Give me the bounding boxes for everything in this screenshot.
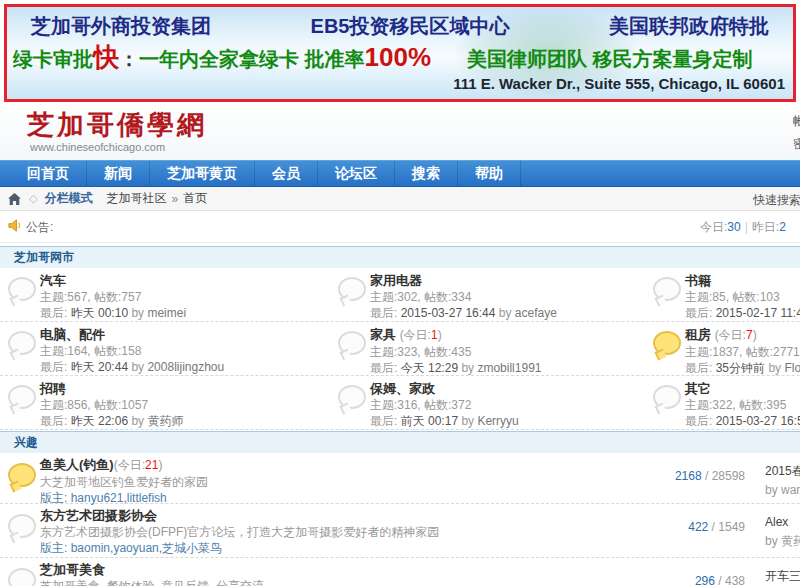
lastpost-title-link[interactable]: 2015春 xyxy=(765,463,800,479)
speech-bubble-icon xyxy=(8,277,36,301)
forum-cell-rentals: 租房 (今日:7) 主题:1837, 帖数:2771 最后: 35分钟前 by … xyxy=(645,322,800,375)
market-forum-grid: 汽车 主题:567, 帖数:757 最后: 昨天 00:10 by meimei… xyxy=(0,268,800,430)
last-user-link[interactable]: Flora0515 xyxy=(784,361,800,375)
last-time-link[interactable]: 2015-03-27 16:44 xyxy=(401,306,496,320)
last-time-link[interactable]: 昨天 22:06 xyxy=(71,414,128,428)
market-row-1: 汽车 主题:567, 帖数:757 最后: 昨天 00:10 by meimei… xyxy=(0,268,800,322)
today-count[interactable]: 30 xyxy=(727,220,740,234)
thread-count[interactable]: 422 xyxy=(688,520,708,534)
yesterday-count[interactable]: 2 xyxy=(779,220,786,234)
last-label: 最后: xyxy=(685,414,712,428)
last-user-link[interactable]: zmobill1991 xyxy=(477,361,541,375)
last-user-link[interactable]: 2008lijingzhou xyxy=(147,360,224,374)
speech-bubble-icon xyxy=(338,331,366,355)
section-title-market[interactable]: 芝加哥网市 xyxy=(0,246,800,268)
forum-link[interactable]: 芝加哥美食 xyxy=(40,562,105,577)
post-count: 1549 xyxy=(718,520,745,534)
stats-divider: | xyxy=(745,220,748,234)
eb5-banner-ad[interactable]: 芝加哥外商投资集团 EB5投资移民区域中心 美国联邦政府特批 绿卡审批快：一年内… xyxy=(4,4,796,102)
breadcrumb-site-link[interactable]: 芝加哥社区 xyxy=(106,190,166,207)
today-open: (今日: xyxy=(400,328,431,342)
speech-bubble-icon-new xyxy=(653,331,681,355)
count-slash: / xyxy=(712,520,715,534)
switch-mode-icon[interactable]: ◇ xyxy=(29,192,37,205)
lastpost-title-link[interactable]: Alex xyxy=(765,514,800,530)
breadcrumb-separator: » xyxy=(171,192,178,206)
site-url: www.chineseofchicago.com xyxy=(30,141,165,153)
nav-item-members[interactable]: 会员 xyxy=(255,161,318,186)
forum-description: 芝加哥美食, 餐饮体验, 意见反馈, 分享交流 xyxy=(40,579,264,586)
last-time-link[interactable]: 2015-02-17 11:45 xyxy=(716,306,800,320)
yesterday-label: 昨日: xyxy=(752,220,779,234)
lastpost-title-link[interactable]: 开车三 xyxy=(765,568,800,584)
lastpost-author[interactable]: by 黄药 xyxy=(765,533,800,549)
last-time-link[interactable]: 2015-03-27 16:50 xyxy=(716,414,800,428)
thread-count[interactable]: 2168 xyxy=(675,469,702,483)
forum-name[interactable]: 家具 xyxy=(370,327,396,342)
today-close: ) xyxy=(158,458,162,472)
section-title-interest[interactable]: 兴趣 xyxy=(0,431,800,453)
site-logo[interactable]: 芝加哥僑學網 xyxy=(27,107,207,143)
home-icon[interactable] xyxy=(8,193,21,205)
thread-post-counts: 2168 / 28598 xyxy=(600,469,745,483)
today-close: ) xyxy=(753,328,757,342)
last-time-link[interactable]: 昨天 20:44 xyxy=(71,360,128,374)
moderators: 版主: baomin,yaoyuan,芝城小菜鸟 xyxy=(40,541,439,556)
forum-cell-nanny: 保姆、家政 主题:316, 帖数:372 最后: 前天 00:17 by Ker… xyxy=(330,376,660,429)
last-user-link[interactable]: Kerryyu xyxy=(477,414,518,428)
by-label: by xyxy=(768,361,781,375)
forum-cell-furniture: 家具 (今日:1) 主题:323, 帖数:435 最后: 今天 12:29 by… xyxy=(330,322,660,375)
nav-item-help[interactable]: 帮助 xyxy=(458,161,521,186)
last-label: 最后: xyxy=(40,360,67,374)
today-count-wrap: (今日:21) xyxy=(114,458,163,472)
forum-link[interactable]: 保姆、家政 xyxy=(370,381,519,396)
speech-bubble-icon xyxy=(338,277,366,301)
today-count-wrap: (今日:1) xyxy=(400,328,442,342)
last-time-link[interactable]: 昨天 00:10 xyxy=(71,306,128,320)
forum-link[interactable]: 东方艺术团摄影协会 xyxy=(40,508,157,523)
site-header: 芝加哥僑學網 www.chineseofchicago.com 帐号 密码 xyxy=(0,103,800,160)
thread-count[interactable]: 296 xyxy=(695,574,715,586)
last-time-link[interactable]: 前天 00:17 xyxy=(401,414,458,428)
nav-item-forums[interactable]: 论坛区 xyxy=(318,161,395,186)
page: 芝加哥外商投资集团 EB5投资移民区域中心 美国联邦政府特批 绿卡审批快：一年内… xyxy=(0,0,800,586)
forum-link[interactable]: 汽车 xyxy=(40,273,186,288)
today-label: 今日: xyxy=(700,220,727,234)
nav-item-news[interactable]: 新闻 xyxy=(87,161,150,186)
forum-link[interactable]: 电脑、配件 xyxy=(40,327,224,342)
ad-subline: 绿卡审批快：一年内全家拿绿卡 批准率100%美国律师团队 移民方案量身定制 xyxy=(7,40,793,73)
nav-item-yellowpages[interactable]: 芝加哥黄页 xyxy=(150,161,255,186)
forum-link[interactable]: 租房 (今日:7) xyxy=(685,327,800,343)
forum-lastpost: 最后: 前天 00:17 by Kerryyu xyxy=(370,414,519,429)
speech-bubble-icon xyxy=(653,277,681,301)
forum-link[interactable]: 家用电器 xyxy=(370,273,557,288)
login-password-label: 密码 xyxy=(793,136,800,153)
forum-link[interactable]: 鱼美人(钓鱼) xyxy=(40,457,114,472)
forum-description: 大芝加哥地区钓鱼爱好者的家园 xyxy=(40,475,208,490)
last-user-link[interactable]: acefaye xyxy=(515,306,557,320)
last-user-link[interactable]: 黄药师 xyxy=(147,414,183,428)
forum-link[interactable]: 其它 xyxy=(685,381,800,396)
forum-stats: 主题:322, 帖数:395 xyxy=(685,398,800,413)
interest-row-food: 芝加哥美食 芝加哥美食, 餐饮体验, 意见反馈, 分享交流 296 / 438 … xyxy=(0,558,800,586)
quick-search-link[interactable]: 快速搜索 xyxy=(753,192,800,209)
last-user-link[interactable]: meimei xyxy=(147,306,186,320)
moderator-links[interactable]: hanyu621,littlefish xyxy=(71,491,167,505)
nav-item-home[interactable]: 回首页 xyxy=(10,161,87,186)
forum-stats: 主题:316, 帖数:372 xyxy=(370,398,519,413)
last-time-link[interactable]: 35分钟前 xyxy=(716,361,765,375)
column-mode-link[interactable]: 分栏模式 xyxy=(44,190,92,207)
thread-post-counts: 296 / 438 xyxy=(600,574,745,586)
by-label: by xyxy=(461,414,474,428)
lastpost-author[interactable]: by wan xyxy=(765,482,800,498)
moderator-links[interactable]: baomin,yaoyuan,芝城小菜鸟 xyxy=(71,541,222,555)
market-row-2: 电脑、配件 主题:164, 帖数:158 最后: 昨天 20:44 by 200… xyxy=(0,322,800,376)
forum-lastpost: 最后: 2015-03-27 16:50 by acef xyxy=(685,414,800,429)
forum-link[interactable]: 家具 (今日:1) xyxy=(370,327,541,343)
last-time-link[interactable]: 今天 12:29 xyxy=(401,361,458,375)
forum-name[interactable]: 租房 xyxy=(685,327,711,342)
breadcrumb-page-link[interactable]: 首页 xyxy=(183,190,207,207)
forum-link[interactable]: 招聘 xyxy=(40,381,183,396)
forum-link[interactable]: 书籍 xyxy=(685,273,800,288)
nav-item-search[interactable]: 搜索 xyxy=(395,161,458,186)
